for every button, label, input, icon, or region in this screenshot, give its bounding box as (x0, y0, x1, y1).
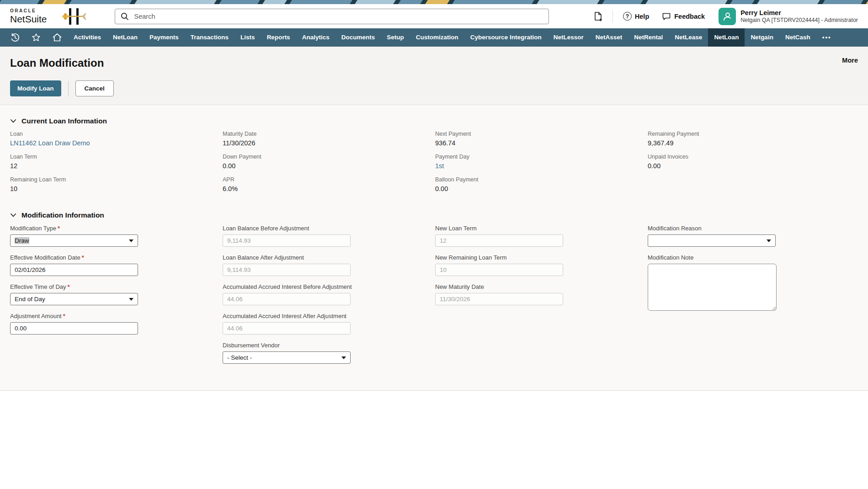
selected-value: End of Day (15, 296, 45, 303)
modification-col-4: Modification Reason Modification Note (648, 225, 860, 320)
field-unpaid-invoices: Unpaid Invoices 0.00 (648, 154, 860, 170)
new-loan-term-input (435, 234, 563, 247)
shortcuts-button[interactable] (26, 28, 47, 47)
loan-balance-after-adjustment-input (223, 264, 351, 276)
new-record-button[interactable] (587, 11, 609, 21)
field-effective-modification-date: Effective Modification Date* (10, 254, 223, 276)
modification-note-textarea[interactable] (648, 264, 777, 311)
field-balloon-payment: Balloon Payment 0.00 (435, 176, 648, 192)
nav-item-documents[interactable]: Documents (335, 28, 381, 47)
home-button[interactable] (47, 28, 68, 47)
nav-item-cybersource-integration[interactable]: Cybersource Integration (464, 28, 548, 47)
field-value: 10 (10, 185, 223, 192)
field-value: 9,367.49 (648, 139, 860, 147)
field-value: 0.00 (648, 162, 860, 170)
nav-item-netlessor[interactable]: NetLessor (548, 28, 590, 47)
search-icon (121, 12, 129, 21)
field-new-maturity-date: New Maturity Date (435, 283, 648, 305)
cancel-button[interactable]: Cancel (75, 80, 114, 96)
field-label: Loan Balance After Adjustment (223, 254, 435, 261)
adjustment-amount-input[interactable] (10, 322, 138, 335)
effective-modification-date-input[interactable] (10, 264, 138, 276)
nav-item-netloan-active[interactable]: NetLoan (708, 28, 745, 47)
field-label: Accumulated Accrued Interest Before Adju… (223, 283, 435, 290)
field-label: Modification Type* (10, 225, 223, 232)
nav-item-netlease[interactable]: NetLease (669, 28, 708, 47)
help-button[interactable]: ? Help (617, 12, 655, 21)
field-new-loan-term: New Loan Term (435, 225, 648, 247)
nav-item-netrental[interactable]: NetRental (628, 28, 669, 47)
new-maturity-date-input (435, 293, 563, 305)
field-label: Modification Reason (648, 225, 860, 232)
field-label: Accumulated Accrued Interest After Adjus… (223, 313, 435, 319)
top-header: ORACLE NetSuite ? (0, 4, 868, 28)
field-modification-reason: Modification Reason (648, 225, 860, 247)
nav-item-reports[interactable]: Reports (261, 28, 296, 47)
section-modification-information[interactable]: Modification Information (0, 199, 868, 225)
nav-item-lists[interactable]: Lists (234, 28, 261, 47)
modification-form-grid: Modification Type* Draw Effective Modifi… (0, 225, 868, 371)
field-label: Loan (10, 131, 223, 137)
nav-item-analytics[interactable]: Analytics (296, 28, 335, 47)
field-loan: Loan LN11462 Loan Draw Demo (10, 131, 223, 147)
oracle-netsuite-logo[interactable]: ORACLE NetSuite (10, 9, 47, 24)
field-maturity-date: Maturity Date 11/30/2026 (223, 131, 435, 147)
dropdown-arrow-icon (341, 356, 346, 359)
effective-time-of-day-select[interactable]: End of Day (10, 293, 138, 305)
company-logo (61, 6, 87, 27)
disbursement-vendor-select[interactable]: - Select - (223, 351, 351, 364)
record-form: Current Loan Information Loan LN11462 Lo… (0, 105, 868, 391)
nav-item-netloan-menu[interactable]: NetLoan (107, 28, 144, 47)
field-apr: APR 6.0% (223, 176, 435, 192)
feedback-icon (662, 12, 671, 21)
field-label: Effective Modification Date* (10, 254, 223, 261)
more-link[interactable]: More (842, 57, 858, 64)
field-label: New Maturity Date (435, 283, 648, 290)
global-search[interactable] (115, 9, 549, 24)
loan-record-link[interactable]: LN11462 Loan Draw Demo (10, 139, 223, 147)
current-col-4: Remaining Payment 9,367.49 Unpaid Invoic… (648, 131, 860, 176)
nav-item-netcash[interactable]: NetCash (779, 28, 816, 47)
field-loan-balance-after-adjustment: Loan Balance After Adjustment (223, 254, 435, 276)
field-label: Balloon Payment (435, 176, 648, 183)
section-title: Modification Information (21, 211, 104, 219)
required-asterisk: * (82, 254, 84, 261)
field-label: Modification Note (648, 254, 860, 261)
feedback-button[interactable]: Feedback (655, 12, 711, 21)
nav-item-netasset[interactable]: NetAsset (590, 28, 628, 47)
netsuite-wordmark: NetSuite (10, 14, 47, 24)
field-value: 11/30/2026 (223, 139, 435, 147)
field-new-remaining-loan-term: New Remaining Loan Term (435, 254, 648, 276)
field-label: Loan Balance Before Adjustment (223, 225, 435, 232)
modify-loan-button[interactable]: Modify Loan (10, 80, 61, 96)
new-document-icon (593, 11, 602, 21)
nav-item-netgain[interactable]: Netgain (745, 28, 779, 47)
nav-item-customization[interactable]: Customization (410, 28, 464, 47)
field-label: Remaining Loan Term (10, 176, 223, 183)
home-icon (52, 32, 62, 43)
accumulated-accrued-interest-before-adjustment-input (223, 293, 351, 305)
page-header: Loan Modification More Modify Loan Cance… (0, 47, 868, 105)
field-remaining-loan-term: Remaining Loan Term 10 (10, 176, 223, 192)
modification-type-select[interactable]: Draw (10, 234, 138, 247)
required-asterisk: * (68, 283, 70, 290)
recent-records-button[interactable] (5, 28, 26, 47)
nav-item-payments[interactable]: Payments (144, 28, 185, 47)
nav-item-setup[interactable]: Setup (381, 28, 410, 47)
current-col-3: Next Payment 936.74 Payment Day 1st Ball… (435, 131, 648, 199)
nav-item-activities[interactable]: Activities (68, 28, 107, 47)
nav-item-transactions[interactable]: Transactions (185, 28, 234, 47)
user-menu[interactable]: Perry Leimer Netgain QA [TSTDRV2024444] … (719, 8, 858, 25)
help-icon: ? (623, 12, 632, 21)
field-label: APR (223, 176, 435, 183)
selected-value: - Select - (227, 354, 252, 361)
decorative-top-banner (0, 0, 868, 4)
modification-reason-select[interactable] (648, 234, 776, 247)
section-current-loan-information[interactable]: Current Loan Information (0, 105, 868, 131)
field-value: 6.0% (223, 185, 435, 192)
search-input[interactable] (133, 12, 543, 21)
payment-day-link[interactable]: 1st (435, 162, 648, 170)
nav-item-overflow[interactable]: ••• (816, 28, 837, 47)
field-modification-note: Modification Note (648, 254, 860, 313)
modification-col-2: Loan Balance Before Adjustment Loan Bala… (223, 225, 435, 371)
